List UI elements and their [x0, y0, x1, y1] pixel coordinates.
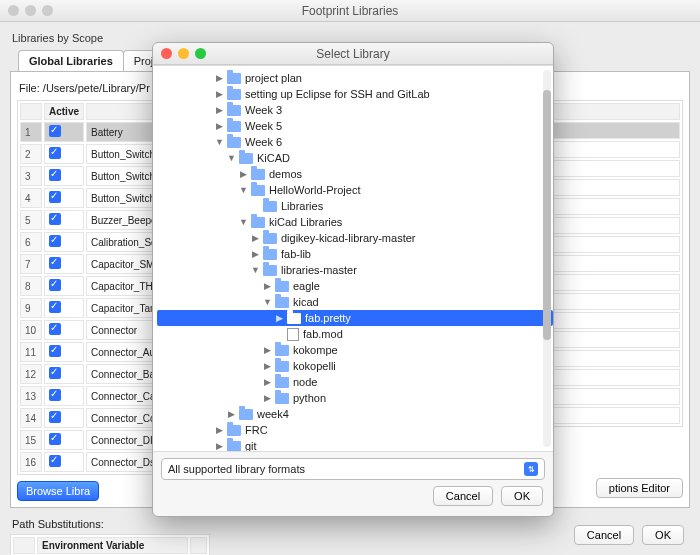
table-row[interactable]: 10Connector	[20, 320, 162, 340]
table-row[interactable]: 3Button_Switch	[20, 166, 162, 186]
tree-item[interactable]: ▶kokopelli	[157, 358, 553, 374]
active-cell[interactable]	[44, 342, 84, 362]
minimize-icon[interactable]	[178, 48, 189, 59]
checkbox-icon[interactable]	[49, 345, 61, 357]
tree-item[interactable]: ▶setting up Eclipse for SSH and GitLab	[157, 86, 553, 102]
tree-item[interactable]: fab.mod	[157, 326, 553, 342]
table-row[interactable]: 15Connector_DI	[20, 430, 162, 450]
scrollbar[interactable]	[543, 70, 551, 447]
tree-item[interactable]: ▶eagle	[157, 278, 553, 294]
disclosure-icon[interactable]: ▶	[215, 105, 223, 115]
tab-global-libraries[interactable]: Global Libraries	[18, 50, 124, 71]
checkbox-icon[interactable]	[49, 367, 61, 379]
checkbox-icon[interactable]	[49, 323, 61, 335]
active-cell[interactable]	[44, 386, 84, 406]
disclosure-icon[interactable]: ▶	[263, 393, 271, 403]
disclosure-icon[interactable]: ▶	[263, 361, 271, 371]
disclosure-icon[interactable]: ▶	[251, 249, 259, 259]
tree-item[interactable]: ▶week4	[157, 406, 553, 422]
disclosure-icon[interactable]: ▶	[215, 425, 223, 435]
tree-item[interactable]: ▶Week 5	[157, 118, 553, 134]
disclosure-icon[interactable]: ▶	[263, 345, 271, 355]
disclosure-icon[interactable]: ▶	[275, 313, 283, 323]
table-row[interactable]: 16Connector_Ds	[20, 452, 162, 472]
active-cell[interactable]	[44, 452, 84, 472]
active-cell[interactable]	[44, 276, 84, 296]
disclosure-icon[interactable]: ▶	[215, 121, 223, 131]
disclosure-icon[interactable]: ▶	[263, 281, 271, 291]
checkbox-icon[interactable]	[49, 147, 61, 159]
tree-item[interactable]: ▶fab-lib	[157, 246, 553, 262]
active-cell[interactable]	[44, 364, 84, 384]
checkbox-icon[interactable]	[49, 389, 61, 401]
table-row[interactable]: 9Capacitor_Tan	[20, 298, 162, 318]
zoom-icon[interactable]	[195, 48, 206, 59]
close-icon[interactable]	[161, 48, 172, 59]
disclosure-icon[interactable]: ▶	[251, 233, 259, 243]
active-cell[interactable]	[44, 320, 84, 340]
libraries-table[interactable]: Active 1Battery2Button_Switch3Button_Swi…	[17, 100, 165, 475]
disclosure-icon[interactable]: ▶	[227, 409, 235, 419]
disclosure-icon[interactable]: ▶	[215, 73, 223, 83]
table-row[interactable]: 14Connector_Co	[20, 408, 162, 428]
table-row[interactable]: 1Battery	[20, 122, 162, 142]
active-cell[interactable]	[44, 232, 84, 252]
disclosure-icon[interactable]: ▶	[239, 169, 247, 179]
active-cell[interactable]	[44, 122, 84, 142]
active-cell[interactable]	[44, 210, 84, 230]
active-cell[interactable]	[44, 166, 84, 186]
checkbox-icon[interactable]	[49, 169, 61, 181]
tree-item[interactable]: ▶Week 3	[157, 102, 553, 118]
disclosure-icon[interactable]: ▼	[215, 137, 223, 147]
checkbox-icon[interactable]	[49, 213, 61, 225]
format-combo[interactable]: All supported library formats ⇅	[161, 458, 545, 480]
disclosure-icon[interactable]: ▶	[215, 441, 223, 451]
disclosure-icon[interactable]: ▶	[263, 377, 271, 387]
table-row[interactable]: 12Connector_Ba	[20, 364, 162, 384]
main-cancel-button[interactable]: Cancel	[574, 525, 634, 545]
tree-item[interactable]: ▶git	[157, 438, 553, 452]
table-row[interactable]: 7Capacitor_SM	[20, 254, 162, 274]
table-row[interactable]: 6Calibration_Sc	[20, 232, 162, 252]
disclosure-icon[interactable]: ▼	[251, 265, 259, 275]
checkbox-icon[interactable]	[49, 235, 61, 247]
tree-item[interactable]: ▶digikey-kicad-library-master	[157, 230, 553, 246]
checkbox-icon[interactable]	[49, 279, 61, 291]
checkbox-icon[interactable]	[49, 125, 61, 137]
scrollbar-thumb[interactable]	[543, 90, 551, 340]
modal-ok-button[interactable]: OK	[501, 486, 543, 506]
checkbox-icon[interactable]	[49, 411, 61, 423]
checkbox-icon[interactable]	[49, 191, 61, 203]
tree-item[interactable]: ▼KiCAD	[157, 150, 553, 166]
tree-item[interactable]: ▼kiCad Libraries	[157, 214, 553, 230]
tree-item[interactable]: ▼Week 6	[157, 134, 553, 150]
tree-item[interactable]: ▶python	[157, 390, 553, 406]
disclosure-icon[interactable]: ▼	[263, 297, 271, 307]
checkbox-icon[interactable]	[49, 455, 61, 467]
folder-tree[interactable]: ▶project plan▶setting up Eclipse for SSH…	[153, 66, 553, 452]
active-cell[interactable]	[44, 298, 84, 318]
active-cell[interactable]	[44, 188, 84, 208]
active-cell[interactable]	[44, 408, 84, 428]
tree-item[interactable]: ▼HelloWorld-Project	[157, 182, 553, 198]
main-ok-button[interactable]: OK	[642, 525, 684, 545]
browse-libraries-button[interactable]: Browse Libra	[17, 481, 99, 501]
disclosure-icon[interactable]: ▶	[215, 89, 223, 99]
checkbox-icon[interactable]	[49, 257, 61, 269]
env-table[interactable]: Environment Variable 1KIPRJMOD/2KISYS3DM…	[10, 534, 210, 555]
options-editor-button[interactable]: ptions Editor	[596, 478, 683, 498]
modal-cancel-button[interactable]: Cancel	[433, 486, 493, 506]
table-row[interactable]: 2Button_Switch	[20, 144, 162, 164]
tree-item[interactable]: ▶kokompe	[157, 342, 553, 358]
active-cell[interactable]	[44, 254, 84, 274]
tree-item[interactable]: ▼kicad	[157, 294, 553, 310]
table-row[interactable]: 4Button_Switch	[20, 188, 162, 208]
active-cell[interactable]	[44, 430, 84, 450]
tree-item-selected[interactable]: ▶fab.pretty	[157, 310, 553, 326]
tree-item[interactable]: ▶demos	[157, 166, 553, 182]
tree-item[interactable]: ▶project plan	[157, 70, 553, 86]
tree-item[interactable]: ▶FRC	[157, 422, 553, 438]
tree-item[interactable]: ▼libraries-master	[157, 262, 553, 278]
tree-item[interactable]: Libraries	[157, 198, 553, 214]
active-cell[interactable]	[44, 144, 84, 164]
